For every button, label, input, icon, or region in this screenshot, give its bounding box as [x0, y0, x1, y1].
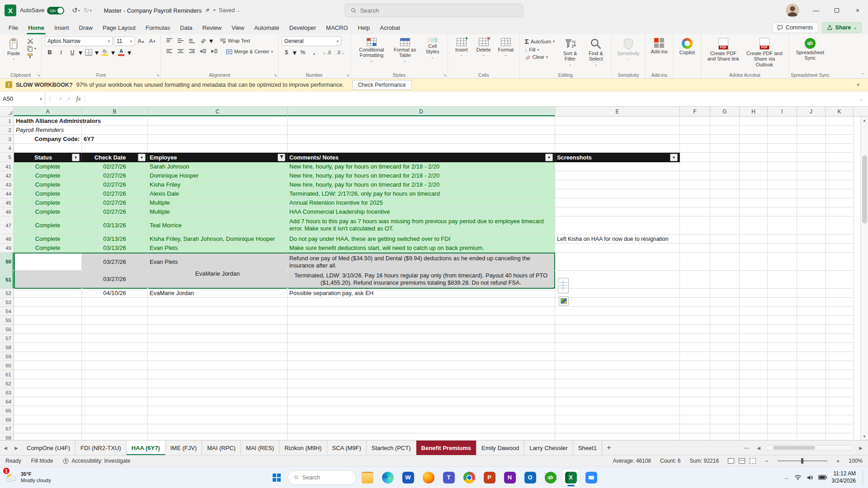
autosave-toggle[interactable]: On: [47, 7, 64, 14]
fill-button[interactable]: ↓Fill▾: [523, 47, 557, 53]
titlebar-search-input[interactable]: [360, 7, 518, 14]
cell-G54[interactable]: [710, 307, 740, 316]
redo-button[interactable]: ↻▾: [82, 5, 93, 15]
cell-D68[interactable]: [288, 433, 555, 440]
cell-K55[interactable]: [826, 316, 854, 325]
cell-J59[interactable]: [797, 352, 826, 361]
filter-button-check-date[interactable]: ▾: [138, 154, 146, 161]
ribbon-tab-macro[interactable]: MACRO: [321, 21, 353, 34]
page-break-view-button[interactable]: [750, 458, 756, 464]
cell-J5[interactable]: [797, 153, 826, 162]
cell-F64[interactable]: [680, 397, 710, 406]
insert-cells-button[interactable]: Insert ⌄: [451, 36, 472, 59]
cell-E4[interactable]: [555, 144, 680, 153]
cell-H60[interactable]: [740, 361, 768, 370]
cell-C53[interactable]: [148, 298, 288, 307]
excel-logo-icon[interactable]: X: [5, 5, 16, 16]
zoom-slider[interactable]: [778, 460, 827, 461]
cell-D1[interactable]: [288, 117, 555, 126]
cell-I64[interactable]: [768, 397, 797, 406]
create-pdf-share-link-button[interactable]: Create PDF and Share link: [704, 36, 742, 64]
cell-E2[interactable]: [555, 126, 680, 135]
cell-J48[interactable]: [797, 235, 826, 244]
cell-D51[interactable]: Terminated, LDW: 3/10/26. Pay 16 hours r…: [288, 271, 555, 289]
cell-B45[interactable]: 02/27/26: [82, 198, 148, 207]
format-as-table-button[interactable]: Format as Table ⌄: [391, 36, 420, 65]
insert-function-button[interactable]: fx: [76, 95, 81, 103]
close-button[interactable]: ×: [847, 0, 868, 21]
sheet-tab-fdi-nr2-txu[interactable]: FDI (NR2-TXU): [75, 441, 127, 455]
cell-C55[interactable]: [148, 316, 288, 325]
cell-G53[interactable]: [710, 298, 740, 307]
cell-A65[interactable]: [14, 406, 82, 415]
cell-H3[interactable]: [740, 135, 768, 144]
cell-H52[interactable]: [740, 289, 768, 298]
sheet-tab-rizikon-m9h[interactable]: Rizikon (M9H): [279, 441, 327, 455]
cell-G46[interactable]: [710, 207, 740, 216]
cell-A56[interactable]: [14, 325, 82, 334]
cell-I55[interactable]: [768, 316, 797, 325]
cell-J54[interactable]: [797, 307, 826, 316]
cell-E57[interactable]: [555, 334, 680, 343]
sheet-tab-larry-chessler[interactable]: Larry Chessler: [524, 441, 573, 455]
cell-D67[interactable]: [288, 424, 555, 433]
cell-B63[interactable]: [82, 388, 148, 397]
sheet-nav-right-icon[interactable]: ▶: [11, 441, 22, 455]
cell-C46[interactable]: Multiple: [148, 207, 288, 216]
cell-K42[interactable]: [826, 171, 854, 180]
name-box-input[interactable]: [3, 95, 30, 102]
cell-I56[interactable]: [768, 325, 797, 334]
screenshot-thumbnail-2[interactable]: [559, 296, 569, 305]
cell-J3[interactable]: [797, 135, 826, 144]
cell-K41[interactable]: [826, 162, 854, 171]
cell-I63[interactable]: [768, 388, 797, 397]
titlebar-search[interactable]: [345, 4, 524, 17]
cell-H51[interactable]: [740, 271, 768, 289]
cell-I66[interactable]: [768, 415, 797, 424]
row-header-57[interactable]: 57: [0, 334, 14, 343]
sheet-tab-mai-rpc[interactable]: MAI (RPC): [202, 441, 241, 455]
cell-J55[interactable]: [797, 316, 826, 325]
cell-F66[interactable]: [680, 415, 710, 424]
cell-E62[interactable]: [555, 379, 680, 388]
column-header-A[interactable]: A: [14, 107, 82, 116]
volume-icon[interactable]: [807, 475, 813, 480]
cell-G60[interactable]: [710, 361, 740, 370]
cell-H41[interactable]: [740, 162, 768, 171]
cell-A52[interactable]: [14, 289, 82, 298]
cell-J51[interactable]: [797, 271, 826, 289]
cell-I47[interactable]: [768, 216, 797, 235]
ribbon-tab-review[interactable]: Review: [198, 21, 227, 34]
user-avatar[interactable]: [786, 4, 799, 17]
cell-F49[interactable]: [680, 244, 710, 253]
cell-K60[interactable]: [826, 361, 854, 370]
cell-A41[interactable]: Complete: [14, 162, 82, 171]
row-header-59[interactable]: 59: [0, 352, 14, 361]
underline-button[interactable]: U: [67, 48, 77, 57]
cell-E64[interactable]: [555, 397, 680, 406]
cell-E47[interactable]: [555, 216, 680, 235]
cell-B4[interactable]: [82, 144, 148, 153]
onenote-icon[interactable]: N: [501, 469, 519, 487]
cell-G43[interactable]: [710, 180, 740, 189]
wrap-text-button[interactable]: Wrap Text: [218, 38, 252, 44]
cell-F42[interactable]: [680, 171, 710, 180]
cell-G67[interactable]: [710, 424, 740, 433]
cell-E54[interactable]: [555, 307, 680, 316]
cell-I5[interactable]: [768, 153, 797, 162]
cell-A46[interactable]: Complete: [14, 207, 82, 216]
conditional-formatting-button[interactable]: Conditional Formatting ⌄: [354, 36, 389, 65]
cell-B46[interactable]: 02/27/26: [82, 207, 148, 216]
percent-format-button[interactable]: %: [298, 48, 308, 57]
italic-button[interactable]: I: [56, 48, 66, 57]
cell-C56[interactable]: [148, 325, 288, 334]
cell-F3[interactable]: [680, 135, 710, 144]
cell-H63[interactable]: [740, 388, 768, 397]
cell-A44[interactable]: Complete: [14, 189, 82, 198]
cell-C42[interactable]: Dominique Hooper: [148, 171, 288, 180]
weather-widget[interactable]: 35°FMostly cloudy: [5, 471, 51, 484]
copy-button[interactable]: ▾: [25, 45, 38, 52]
column-header-E[interactable]: E: [555, 107, 680, 116]
cell-E60[interactable]: [555, 361, 680, 370]
check-performance-button[interactable]: Check Performance: [352, 80, 412, 90]
